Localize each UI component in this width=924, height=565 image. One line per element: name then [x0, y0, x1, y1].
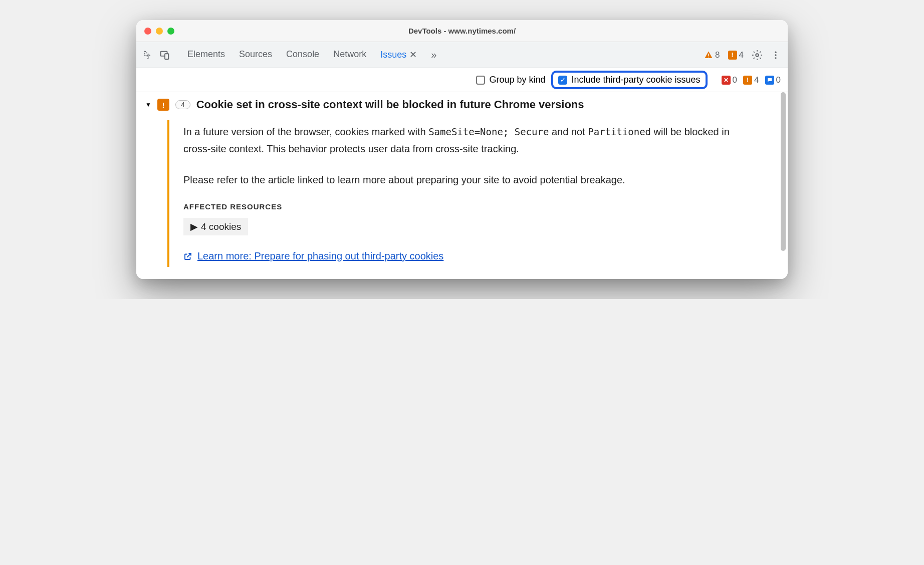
issue-title: Cookie set in cross-site context will be…	[196, 98, 584, 111]
issue-description-1: In a future version of the browser, cook…	[183, 123, 759, 157]
scrollbar[interactable]	[780, 92, 787, 279]
window-title: DevTools - www.nytimes.com/	[408, 27, 516, 35]
minimize-window-button[interactable]	[156, 28, 163, 35]
issue-body: In a future version of the browser, cook…	[167, 120, 779, 267]
blue-badge-icon	[765, 76, 774, 85]
blue-count[interactable]: 0	[765, 75, 781, 85]
devtools-window: DevTools - www.nytimes.com/ Elements Sou…	[136, 20, 788, 279]
affected-resources-item[interactable]: ▶ 4 cookies	[183, 218, 248, 235]
issues-panel: ▼ ! 4 Cookie set in cross-site context w…	[136, 92, 788, 279]
code-samesite: SameSite=None; Secure	[428, 126, 549, 137]
close-tab-icon[interactable]: ✕	[409, 50, 417, 60]
include-third-party-label: Include third-party cookie issues	[571, 75, 700, 85]
tab-issues[interactable]: Issues✕	[380, 49, 417, 61]
scrollbar-thumb[interactable]	[781, 92, 786, 251]
orange-badge-icon: !	[743, 76, 752, 85]
issue-severity-icon: !	[157, 99, 169, 111]
errors-count[interactable]: ! 4	[728, 50, 744, 60]
include-third-party-option[interactable]: ✓ Include third-party cookie issues	[551, 71, 707, 89]
group-by-kind-label: Group by kind	[489, 75, 545, 85]
tab-sources[interactable]: Sources	[239, 49, 272, 61]
maximize-window-button[interactable]	[167, 28, 174, 35]
error-icon: !	[728, 51, 737, 60]
window-controls	[144, 28, 174, 35]
issue-count-pill: 4	[175, 100, 190, 109]
svg-point-5	[775, 51, 776, 53]
svg-rect-1	[165, 54, 168, 59]
tab-console[interactable]: Console	[286, 49, 319, 61]
red-badge-icon: ✕	[722, 76, 731, 85]
filter-bar: Group by kind ✓ Include third-party cook…	[136, 68, 788, 92]
svg-point-4	[756, 54, 759, 57]
svg-point-6	[775, 54, 776, 56]
red-count[interactable]: ✕ 0	[722, 75, 737, 85]
learn-more-link[interactable]: Learn more: Prepare for phasing out thir…	[197, 250, 443, 262]
learn-more-row: Learn more: Prepare for phasing out thir…	[183, 250, 759, 262]
external-link-icon	[183, 252, 192, 261]
expand-triangle-icon: ▶	[190, 221, 198, 232]
settings-icon[interactable]	[752, 50, 763, 61]
svg-rect-2	[708, 54, 709, 56]
group-by-kind-checkbox[interactable]	[476, 76, 485, 85]
svg-rect-3	[708, 57, 709, 58]
include-third-party-checkbox[interactable]: ✓	[558, 76, 567, 85]
inspect-icon[interactable]	[143, 50, 154, 61]
group-by-kind-option[interactable]: Group by kind	[476, 75, 545, 85]
code-partitioned: Partitioned	[588, 126, 651, 137]
orange-count[interactable]: ! 4	[743, 75, 759, 85]
issue-description-2: Please refer to the article linked to le…	[183, 171, 759, 188]
tab-elements[interactable]: Elements	[187, 49, 225, 61]
more-menu-icon[interactable]	[771, 50, 781, 60]
warning-icon	[704, 51, 713, 60]
warnings-count[interactable]: 8	[704, 50, 720, 60]
affected-resources-header: AFFECTED RESOURCES	[183, 202, 759, 211]
main-toolbar: Elements Sources Console Network Issues✕…	[136, 42, 788, 68]
titlebar: DevTools - www.nytimes.com/	[136, 20, 788, 42]
issue-header-row[interactable]: ▼ ! 4 Cookie set in cross-site context w…	[145, 98, 779, 111]
expand-caret-icon[interactable]: ▼	[145, 101, 151, 108]
more-tabs-icon[interactable]: »	[431, 49, 436, 61]
close-window-button[interactable]	[144, 28, 151, 35]
device-toggle-icon[interactable]	[159, 50, 170, 61]
tab-network[interactable]: Network	[333, 49, 366, 61]
panel-tabs: Elements Sources Console Network Issues✕…	[187, 49, 436, 61]
svg-point-7	[775, 57, 776, 59]
